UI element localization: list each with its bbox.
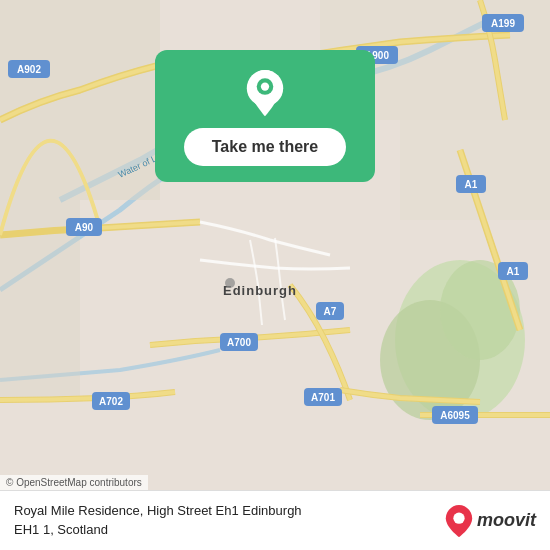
svg-text:A700: A700 — [227, 337, 251, 348]
moovit-brand-text: moovit — [477, 510, 536, 531]
svg-text:A1: A1 — [507, 266, 520, 277]
take-me-there-button[interactable]: Take me there — [184, 128, 346, 166]
location-address: Royal Mile Residence, High Street Eh1 Ed… — [14, 502, 445, 538]
svg-text:A1: A1 — [465, 179, 478, 190]
moovit-pin-icon — [445, 505, 473, 537]
moovit-logo: moovit — [445, 505, 536, 537]
svg-text:A6095: A6095 — [440, 410, 470, 421]
svg-point-36 — [261, 82, 269, 90]
svg-text:A7: A7 — [324, 306, 337, 317]
svg-text:A701: A701 — [311, 392, 335, 403]
footer: Royal Mile Residence, High Street Eh1 Ed… — [0, 490, 550, 550]
svg-text:A702: A702 — [99, 396, 123, 407]
svg-text:A90: A90 — [75, 222, 94, 233]
svg-text:A902: A902 — [17, 64, 41, 75]
map-container: A199 A902 A900 A1 A1 A90 A7 A700 A701 A7… — [0, 0, 550, 490]
svg-text:A199: A199 — [491, 18, 515, 29]
svg-point-37 — [453, 512, 464, 523]
map-attribution: © OpenStreetMap contributors — [0, 475, 148, 490]
location-popup: Take me there — [155, 50, 375, 182]
location-pin-icon — [241, 70, 289, 118]
svg-point-33 — [225, 278, 235, 288]
